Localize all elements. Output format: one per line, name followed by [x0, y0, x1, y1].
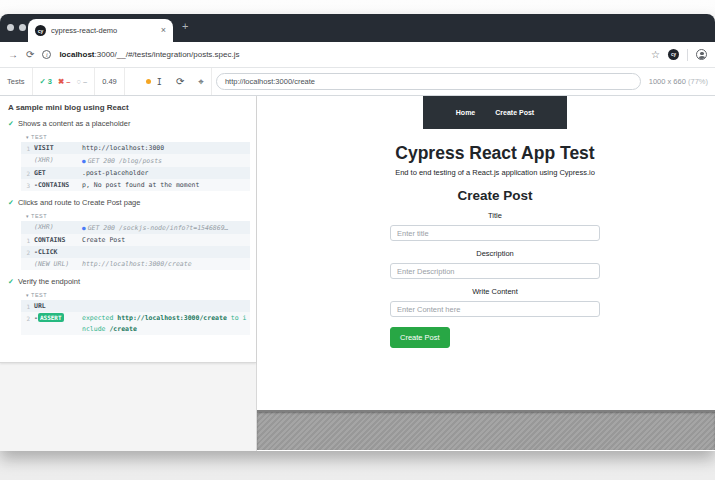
viewport-outside-area	[257, 410, 715, 450]
command-log: ▾TEST(XHR)●GET 200 /sockjs-node/info?t=1…	[21, 211, 250, 270]
command-number: 2	[21, 247, 34, 258]
viewport-size: 1000 x 660 (77%)	[649, 77, 708, 86]
form-group: Description	[266, 249, 715, 279]
assert-text: http://localhost:3000/create	[117, 314, 227, 322]
command-number: 2	[21, 168, 34, 179]
command-log-header[interactable]: ▾TEST	[21, 211, 250, 221]
failed-icon: ✖	[58, 77, 64, 86]
browser-window: cy cypress-react-demo × + → ⟳ i localhos…	[0, 14, 715, 451]
pending-icon: ○	[76, 77, 81, 86]
command-message: http://localhost:3000	[82, 143, 247, 154]
test-title: Verify the endpoint	[18, 277, 80, 286]
command-name: (XHR)	[34, 155, 82, 166]
field-input-title[interactable]	[390, 225, 600, 241]
app-content: Cypress React App Test End to end testin…	[266, 96, 715, 348]
command-name: (XHR)	[34, 222, 82, 233]
command-message: .post-placeholder	[82, 168, 247, 179]
test-item: ✓Clicks and route to Create Post page▾TE…	[8, 198, 250, 270]
command-row[interactable]: (XHR)●GET 200 /blog/posts	[21, 154, 250, 167]
reload-icon[interactable]: ⟳	[26, 50, 34, 60]
field-input-write-content[interactable]	[390, 301, 600, 317]
command-message: p, No post found at the moment	[82, 180, 247, 191]
profile-avatar-icon[interactable]	[696, 49, 707, 60]
failed-count: –	[66, 77, 70, 86]
command-name: URL	[34, 301, 82, 312]
collapse-caret-icon: ▾	[26, 213, 29, 219]
test-item: ✓Verify the endpoint▾TEST1URL2-ASSERTexp…	[8, 277, 250, 335]
command-row[interactable]: 1VISIThttp://localhost:3000	[21, 142, 250, 154]
app-url-bar[interactable]: http://localhost:3000/create	[216, 73, 641, 90]
browser-urlbar: → ⟳ i localhost:3000/__/#/tests/integrat…	[0, 42, 715, 68]
page-info-icon[interactable]: i	[42, 50, 51, 59]
app-under-test: HomeCreate Post Cypress React App Test E…	[257, 96, 715, 451]
command-log: ▾TEST1VISIThttp://localhost:3000(XHR)●GE…	[21, 132, 250, 191]
assert-text: expected	[82, 314, 117, 322]
cypress-extension-icon[interactable]: cy	[668, 49, 679, 60]
command-row[interactable]: 2GET.post-placeholder	[21, 167, 250, 179]
command-row[interactable]: 1URL	[21, 300, 250, 312]
command-name: CONTAINS	[34, 235, 82, 246]
command-number: 2	[21, 313, 34, 324]
browser-tab[interactable]: cy cypress-react-demo ×	[28, 19, 173, 42]
app-subtitle: End to end testing of a React.js applica…	[266, 168, 715, 177]
test-duration: 0.49	[102, 77, 117, 86]
command-row[interactable]: (NEW URL)http://localhost:3000/create	[21, 258, 250, 270]
crosshair-icon: ⌖	[198, 77, 204, 87]
xhr-dot-icon: ●	[82, 157, 86, 164]
test-passed-icon: ✓	[8, 120, 14, 128]
passed-icon: ✓	[40, 77, 46, 86]
selector-playground-button[interactable]: ⌖	[191, 68, 212, 95]
test-passed-icon: ✓	[8, 199, 14, 207]
test-title: Shows a content as a placeholder	[18, 119, 131, 128]
command-name: -CLICK	[34, 247, 82, 258]
spec-report: A sample mini blog using React ✓Shows a …	[0, 96, 256, 363]
command-log-header[interactable]: ▾TEST	[21, 290, 250, 300]
create-post-button[interactable]: Create Post	[390, 327, 450, 348]
field-label: Description	[266, 249, 715, 258]
submit-row: Create Post	[390, 326, 600, 348]
field-input-description[interactable]	[390, 263, 600, 279]
window-minimize-button[interactable]	[19, 24, 26, 31]
test-title-row[interactable]: ✓Verify the endpoint	[8, 277, 250, 286]
tab-title: cypress-react-demo	[51, 26, 156, 35]
command-row[interactable]: (XHR)●GET 200 /sockjs-node/info?t=154686…	[21, 221, 250, 234]
command-number: 1	[21, 301, 34, 312]
test-title-row[interactable]: ✓Shows a content as a placeholder	[8, 119, 250, 128]
command-log-header[interactable]: ▾TEST	[21, 132, 250, 142]
command-name: (NEW URL)	[34, 259, 82, 270]
command-row[interactable]: 2-ASSERTexpected http://localhost:3000/c…	[21, 312, 250, 335]
viewport-dimensions: 1000 x 660	[649, 77, 686, 86]
command-message: http://localhost:3000/create	[82, 259, 247, 270]
command-name: VISIT	[34, 143, 82, 154]
bookmark-star-icon[interactable]: ☆	[651, 49, 660, 60]
passed-count: 3	[48, 77, 52, 86]
command-row[interactable]: 3-CONTAINSp, No post found at the moment	[21, 179, 250, 191]
suite-title[interactable]: A sample mini blog using React	[8, 103, 250, 112]
viewport-scale: (77%)	[688, 77, 708, 86]
tab-close-icon[interactable]: ×	[161, 26, 166, 35]
assert-text: /create	[109, 325, 136, 333]
url-path: :3000/__/#/tests/integration/posts.spec.…	[95, 50, 240, 59]
test-title-row[interactable]: ✓Clicks and route to Create Post page	[8, 198, 250, 207]
collapse-caret-icon: ▾	[26, 134, 29, 140]
command-row[interactable]: 2-CLICK	[21, 246, 250, 258]
tests-back-link[interactable]: Tests	[0, 68, 33, 95]
new-tab-button[interactable]: +	[182, 20, 188, 32]
toolbar-divider	[687, 49, 688, 61]
viewport-indicator[interactable]: I	[139, 68, 169, 95]
xhr-dot-icon: ●	[82, 224, 86, 231]
command-number: 1	[21, 235, 34, 246]
form-group: Title	[266, 211, 715, 241]
form-group: Write Content	[266, 287, 715, 317]
address-input[interactable]: localhost:3000/__/#/tests/integration/po…	[59, 50, 643, 59]
command-row[interactable]: 1CONTAINSCreate Post	[21, 234, 250, 246]
command-number: 1	[21, 143, 34, 154]
command-message: Create Post	[82, 235, 247, 246]
runner-reload-button[interactable]: ⟳	[169, 68, 191, 95]
app-url-text: http://localhost:3000/create	[225, 77, 315, 86]
command-number: 3	[21, 180, 34, 191]
section-label: TEST	[31, 213, 47, 219]
field-label: Title	[266, 211, 715, 220]
window-close-button[interactable]	[7, 24, 14, 31]
forward-icon[interactable]: →	[8, 50, 18, 60]
